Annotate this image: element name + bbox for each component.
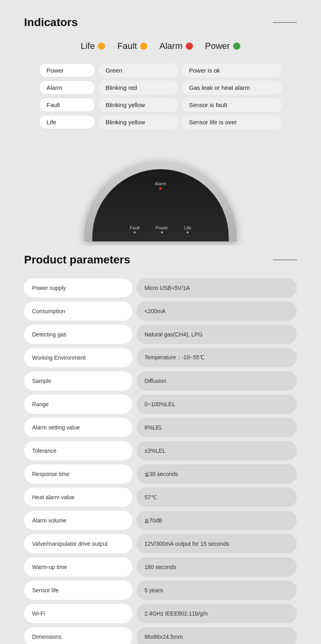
param-label: Range — [24, 395, 132, 414]
legend-label-life: Life — [81, 41, 95, 51]
param-label: Warm-up time — [24, 557, 132, 577]
alarm-text-label: Alarm — [155, 181, 167, 186]
indicator-description: Power is ok — [182, 63, 282, 77]
param-value: Micro USB+5V/1A — [136, 278, 297, 298]
device-image-container: Alarm Fault Power Life — [24, 141, 297, 245]
params-header: Product parameters — [24, 253, 297, 266]
indicator-label: Fault — [39, 98, 95, 112]
param-value: 57℃ — [136, 488, 297, 507]
param-row: Range0~100%LEL — [24, 395, 297, 414]
indicator-status: Blinking yellow — [98, 115, 179, 129]
device-label-dot — [187, 231, 189, 233]
product-parameters-section: Product parameters Power supplyMicro USB… — [24, 253, 297, 644]
param-label: Sensor life — [24, 581, 132, 600]
param-row: Warm-up time180 seconds — [24, 557, 297, 577]
param-label: Sample — [24, 371, 132, 391]
param-row: Consumption<200mA — [24, 302, 297, 321]
param-label: Alarm setting value — [24, 418, 132, 437]
alarm-dot — [159, 187, 162, 190]
param-value: 6%LEL — [136, 418, 297, 437]
legend-dot-alarm — [186, 43, 193, 50]
page-content: Indicators Life Fault Alarm Power PowerG… — [0, 0, 321, 644]
indicator-status: Blinking red — [98, 81, 179, 95]
indicators-header: Indicators — [24, 16, 297, 29]
param-value: <200mA — [136, 302, 297, 321]
param-row: Response time≦30 seconds — [24, 464, 297, 484]
param-label: Alarm volume — [24, 511, 132, 530]
legend-dot-fault — [140, 43, 147, 50]
param-row: Tolerance±3%LEL — [24, 441, 297, 460]
params-table: Power supplyMicro USB+5V/1AConsumption<2… — [24, 278, 297, 644]
device-label-power: Power — [156, 225, 168, 233]
indicator-status: Green — [98, 63, 179, 77]
indicator-description: Sensor is fault — [182, 98, 282, 112]
param-label: Consumption — [24, 302, 132, 321]
param-value: 12V/300mA output for 15 seconds — [136, 534, 297, 553]
legend-row: Life Fault Alarm Power — [24, 41, 297, 51]
indicators-title: Indicators — [24, 16, 78, 29]
param-value: ≧70dB — [136, 511, 297, 530]
param-label: Working Environment — [24, 348, 132, 367]
param-value: 2.4GHz IEEE802.11b/g/n — [136, 604, 297, 623]
param-row: Power supplyMicro USB+5V/1A — [24, 278, 297, 298]
indicator-description: Gas leak or heat alarm — [182, 81, 282, 95]
param-label: Power supply — [24, 278, 132, 298]
indicator-description: Sensor life is over — [182, 115, 282, 129]
param-row: Valve/manipulator drive output12V/300mA … — [24, 534, 297, 553]
indicator-label: Power — [39, 63, 95, 77]
device-image: Alarm Fault Power Life — [80, 145, 241, 241]
param-label: Valve/manipulator drive output — [24, 534, 132, 553]
param-label: Wi-Fi — [24, 604, 132, 623]
param-value: Diffusion — [136, 371, 297, 391]
device-outer-ring: Alarm Fault Power Life — [84, 161, 237, 241]
legend-item-alarm: Alarm — [159, 41, 193, 51]
indicators-table: PowerGreenPower is okAlarmBlinking redGa… — [39, 63, 282, 129]
device-label-life: Life — [184, 225, 191, 233]
legend-item-life: Life — [81, 41, 105, 51]
device-label-text: Life — [184, 225, 191, 230]
param-value: ≦30 seconds — [136, 464, 297, 484]
legend-item-power: Power — [205, 41, 240, 51]
param-label: Heat alarm value — [24, 488, 132, 507]
device-label-fault: Fault — [130, 225, 139, 233]
params-title: Product parameters — [24, 253, 130, 266]
legend-item-fault: Fault — [117, 41, 147, 51]
param-row: Working EnvironmentTemperature：-10~55℃ — [24, 348, 297, 367]
param-row: Heat alarm value57℃ — [24, 488, 297, 507]
device-inner-body: Alarm Fault Power Life — [92, 169, 229, 241]
device-label-text: Power — [156, 225, 168, 230]
param-value: 180 seconds — [136, 557, 297, 577]
param-value: 86x86x24.5mm — [136, 627, 297, 644]
alarm-label-group: Alarm — [155, 181, 167, 190]
param-label: Dimensions — [24, 627, 132, 644]
param-value: Temperature：-10~55℃ — [136, 348, 297, 367]
legend-label-alarm: Alarm — [159, 41, 182, 51]
indicators-line — [273, 22, 297, 23]
param-row: Detecting gasNatural gas(CH4), LPG — [24, 325, 297, 344]
param-label: Response time — [24, 464, 132, 484]
param-value: ±3%LEL — [136, 441, 297, 460]
params-line — [273, 259, 297, 260]
legend-dot-life — [98, 43, 105, 50]
param-row: SampleDiffusion — [24, 371, 297, 391]
param-label: Detecting gas — [24, 325, 132, 344]
param-value: 0~100%LEL — [136, 395, 297, 414]
param-row: Alarm volume≧70dB — [24, 511, 297, 530]
device-bottom-labels: Fault Power Life — [92, 225, 229, 233]
param-value: 5 years — [136, 581, 297, 600]
param-label: Tolerance — [24, 441, 132, 460]
device-label-text: Fault — [130, 225, 139, 230]
param-row: Dimensions86x86x24.5mm — [24, 627, 297, 644]
indicator-label: Alarm — [39, 81, 95, 95]
param-row: Wi-Fi2.4GHz IEEE802.11b/g/n — [24, 604, 297, 623]
param-row: Alarm setting value6%LEL — [24, 418, 297, 437]
device-label-dot — [161, 231, 163, 233]
device-label-dot — [134, 231, 136, 233]
indicator-status: Blinking yellow — [98, 98, 179, 112]
legend-dot-power — [233, 43, 240, 50]
indicator-label: Life — [39, 115, 95, 129]
param-row: Sensor life5 years — [24, 581, 297, 600]
legend-label-power: Power — [205, 41, 230, 51]
legend-label-fault: Fault — [117, 41, 137, 51]
param-value: Natural gas(CH4), LPG — [136, 325, 297, 344]
